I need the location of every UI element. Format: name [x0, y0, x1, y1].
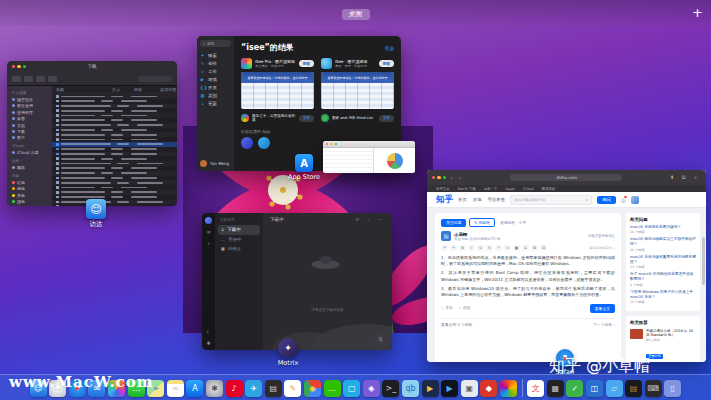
format-tool-icon[interactable]: S: [486, 245, 493, 251]
trash-icon[interactable]: ▯: [664, 380, 681, 397]
video-grid-app-icon[interactable]: ▦: [547, 380, 564, 397]
format-tool-icon[interactable]: ↷: [450, 245, 457, 251]
finder-window[interactable]: 下载 个人收藏 隔空投送: [7, 61, 177, 206]
favorite-item[interactable]: 腾讯视频: [542, 187, 556, 191]
app-store-sidebar-item[interactable]: ▦ 类别: [200, 91, 231, 99]
write-answer-button[interactable]: ✎ 写回答: [469, 218, 495, 227]
filter-link[interactable]: 筛选: [385, 46, 394, 51]
desktop-space-label[interactable]: 桌面: [342, 9, 370, 20]
add-task-icon[interactable]: ＋: [206, 240, 211, 246]
format-tool-icon[interactable]: ▦: [513, 245, 520, 251]
bilibili-icon[interactable]: ▢: [343, 380, 360, 397]
add-desktop-button[interactable]: +: [692, 6, 703, 19]
zhihu-nav-item[interactable]: 首页: [458, 197, 467, 202]
finder-column-headers[interactable]: 名称大小 种类添加日期: [52, 86, 177, 94]
task-filter-item[interactable]: ↓ 下载中: [218, 225, 260, 235]
app-store-sidebar-item[interactable]: ❮❯ 开发: [200, 83, 231, 91]
related-question[interactable]: macOS 系统还有必要升级吗？ 16 个回答: [630, 225, 696, 234]
favorite-item[interactable]: 百度一下: [484, 187, 498, 191]
file-row[interactable]: [52, 204, 177, 206]
recommended-app-icon[interactable]: [241, 137, 253, 149]
video-stack-icon[interactable]: ▤: [625, 380, 642, 397]
task-filter-item[interactable]: ■ 已停止: [218, 244, 260, 254]
collection-note[interactable]: 已收录至精选专栏: [588, 234, 615, 238]
format-tool-icon[interactable]: Ω: [540, 245, 547, 251]
purple-shield-app-icon[interactable]: ◈: [363, 380, 380, 397]
wechat-icon[interactable]: …: [324, 380, 341, 397]
motrix-app-icon[interactable]: ✦: [278, 338, 298, 358]
downloads-folder-icon[interactable]: ▱: [606, 380, 623, 397]
format-tool-icon[interactable]: U: [477, 245, 484, 251]
zhihu-logo[interactable]: 知乎: [436, 194, 453, 206]
next-answer-link[interactable]: 下一个回答 ›: [593, 322, 615, 327]
finder-sidebar-item[interactable]: 网络: [7, 164, 52, 170]
zhihu-nav-item[interactable]: 等你来答: [488, 197, 506, 202]
isee-stats-window[interactable]: [323, 141, 415, 173]
view-button[interactable]: 查看: [379, 115, 394, 121]
keyboard-app-icon[interactable]: ⌨: [645, 380, 662, 397]
favorite-item[interactable]: Apple: [505, 187, 515, 191]
notifications-bell-icon[interactable]: ◎: [621, 197, 626, 203]
get-button[interactable]: 获取: [299, 60, 314, 66]
zhihu-nav-item[interactable]: 发现: [473, 197, 482, 202]
task-filter-item[interactable]: … 等待中: [218, 235, 260, 245]
format-tool-icon[interactable]: ≣: [522, 245, 529, 251]
format-tool-icon[interactable]: B: [459, 245, 466, 251]
finder-sidebar-item[interactable]: iCloud 云盘: [7, 150, 52, 156]
netease-music-icon[interactable]: ♪: [226, 380, 243, 397]
read-more-button[interactable]: 查看全文: [590, 304, 615, 313]
group-button[interactable]: [24, 76, 33, 82]
pinwheel-app-icon[interactable]: [500, 380, 517, 397]
format-tool-icon[interactable]: ↶: [441, 245, 448, 251]
user-avatar[interactable]: [631, 196, 639, 204]
share-button[interactable]: [36, 76, 45, 82]
format-tool-icon[interactable]: I: [468, 245, 475, 251]
app-result-card[interactable]: iSee Pro · 图片浏览器 专业看图 · 批量处理 获取 全新极速预览体验…: [241, 58, 314, 109]
back-forward-buttons[interactable]: ‹ ›: [450, 174, 463, 181]
view-segment-control[interactable]: [12, 76, 21, 82]
finder-app-icon[interactable]: ☺: [86, 199, 106, 219]
blue-box-app-icon[interactable]: ◫: [586, 380, 603, 397]
green-sync-app-icon[interactable]: ✓: [566, 380, 583, 397]
app-store-icon[interactable]: A: [186, 380, 203, 397]
format-tool-icon[interactable]: ∞: [504, 245, 511, 251]
task-panel-actions[interactable]: ⟳ ⌄ ⋯: [355, 217, 385, 222]
favorite-item[interactable]: 知乎首页: [436, 187, 450, 191]
get-button[interactable]: 获取: [379, 60, 394, 66]
related-question[interactable]: 为了 macOS 的流畅性有必要在乎设备配置吗？ 4 个回答: [630, 272, 696, 286]
app-result-mini[interactable]: 图表 and 清单 Mind-List 查看: [321, 114, 394, 123]
address-bar[interactable]: zhihu.com: [510, 174, 622, 181]
theme-icon[interactable]: ☾: [206, 329, 210, 335]
app-store-sidebar-item[interactable]: ✎ 创作: [200, 59, 231, 67]
like-button[interactable]: ♡ 喜欢: [441, 306, 453, 310]
task-list-icon[interactable]: ≡: [206, 229, 210, 235]
follow-question-button[interactable]: 关注问题: [441, 219, 466, 227]
app-store-sidebar-item[interactable]: ⌗ 工作: [200, 67, 231, 75]
notes-icon[interactable]: ≡: [167, 380, 184, 397]
favorite-button[interactable]: ☆ 收藏: [459, 306, 471, 310]
books-icon[interactable]: ▤: [265, 380, 282, 397]
app-store-sidebar-item[interactable]: ↓ 更新: [200, 99, 231, 107]
related-question[interactable]: 习惯用 Windows 的用户怎么快速上手 macOS 系统？ 12 个回答: [630, 290, 696, 304]
app-screenshot[interactable]: 全新极速预览体验！支持扫描件、压缩包秒开: [241, 72, 314, 109]
app-result-mini[interactable]: 极简汇率，出国旅游必备神器 查看: [241, 114, 314, 123]
ask-question-button[interactable]: 提问: [597, 196, 616, 204]
app-screenshot[interactable]: 全新极速预览体验！支持扫描件、压缩包秒开: [321, 72, 394, 109]
action-button[interactable]: [48, 76, 57, 82]
red-diamond-app-icon[interactable]: ◆: [480, 380, 497, 397]
wps-docs-icon[interactable]: 文: [527, 380, 544, 397]
speed-fab-button[interactable]: ⇅: [375, 333, 386, 344]
app-store-sidebar-item[interactable]: ✦ 探索: [200, 51, 231, 59]
safari-window[interactable]: ‹ › zhihu.com ⬆ ⧉ ＋ 知乎首页MacW 下载百度一下Apple…: [427, 170, 706, 362]
related-question[interactable]: macOS 系统升级和重置系统的场景有哪些？ 13 个回答: [630, 255, 696, 269]
zhihu-search-box[interactable]: 搜索你感兴趣的内容 ⌕: [510, 195, 592, 205]
telegram-icon[interactable]: ✈: [245, 380, 262, 397]
finder-sidebar-item[interactable]: 图片: [7, 135, 52, 141]
qbittorrent-icon[interactable]: qb: [402, 380, 419, 397]
app-store-search-field[interactable]: ⌕ 搜索: [200, 40, 231, 47]
terminal-icon[interactable]: >_: [382, 380, 399, 397]
screenshot-app-icon[interactable]: ▣: [461, 380, 478, 397]
related-question[interactable]: macOS 值得花钱购买第三方软件来维护吗？ 26 个回答: [630, 237, 696, 251]
view-button[interactable]: 查看: [299, 115, 314, 121]
app-store-app-icon[interactable]: A: [295, 154, 313, 172]
